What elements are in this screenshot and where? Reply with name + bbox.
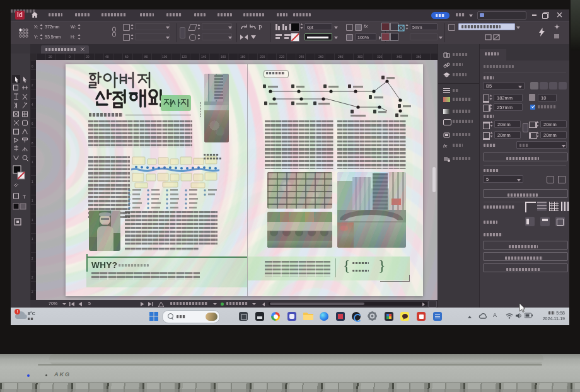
svg-text:T: T: [23, 194, 26, 200]
